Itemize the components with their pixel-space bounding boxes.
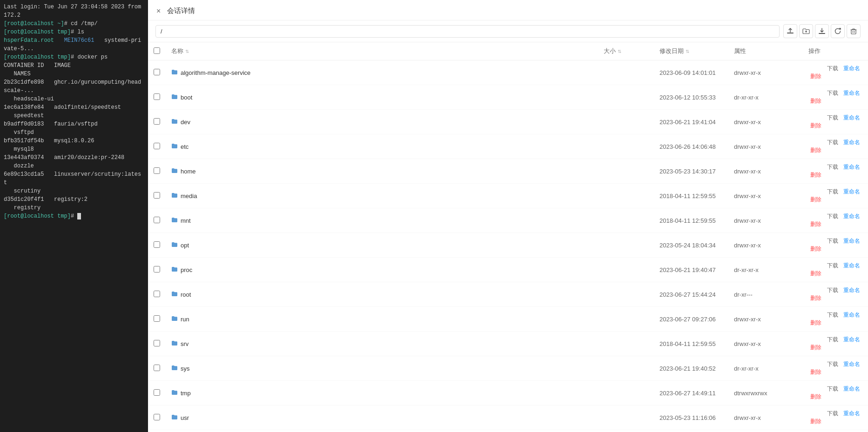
download-row-button[interactable]: 下载: [825, 385, 840, 393]
row-checkbox[interactable]: [154, 340, 160, 346]
download-row-button[interactable]: 下载: [825, 360, 840, 368]
row-checkbox[interactable]: [154, 365, 160, 371]
row-checkbox[interactable]: [154, 192, 160, 199]
delete-row-button[interactable]: 删除: [808, 196, 823, 204]
delete-row-button[interactable]: 删除: [808, 171, 823, 179]
delete-row-button[interactable]: 删除: [808, 97, 823, 105]
download-row-button[interactable]: 下载: [825, 311, 840, 319]
row-attr-cell: drwxr-xr-x: [728, 307, 803, 332]
download-row-button[interactable]: 下载: [825, 336, 840, 344]
row-checkbox[interactable]: [154, 118, 160, 125]
row-checkbox[interactable]: [154, 217, 160, 223]
download-row-button[interactable]: 下载: [825, 65, 840, 73]
row-checkbox[interactable]: [154, 167, 160, 174]
file-table: 名称 ⇅ 大小 ⇅ 修改日期 ⇅: [148, 42, 868, 432]
path-input[interactable]: [155, 25, 780, 38]
rename-button[interactable]: 重命名: [841, 336, 862, 344]
delete-row-button[interactable]: 删除: [808, 294, 823, 302]
row-size-cell: [598, 258, 654, 282]
download-row-button[interactable]: 下载: [825, 410, 840, 418]
row-checkbox[interactable]: [154, 266, 160, 272]
row-checkbox[interactable]: [154, 414, 160, 420]
download-row-button[interactable]: 下载: [825, 237, 840, 245]
file-name: media: [181, 193, 197, 199]
refresh-button[interactable]: [831, 24, 845, 38]
download-row-button[interactable]: 下载: [825, 286, 840, 294]
th-name[interactable]: 名称 ⇅: [166, 42, 598, 60]
row-size-cell: [598, 208, 654, 233]
row-name-cell: opt: [166, 233, 598, 258]
download-row-button[interactable]: 下载: [825, 163, 840, 171]
th-size[interactable]: 大小 ⇅: [598, 42, 654, 60]
file-type-icon: [171, 118, 178, 126]
rename-button[interactable]: 重命名: [841, 237, 862, 245]
sort-date-icon: ⇅: [686, 49, 689, 54]
table-row: var 2023-05-23 11:35:53 drwxr-xr-x 编辑 下载…: [148, 430, 868, 432]
row-attr-cell: drwxr-xr-x: [728, 430, 803, 432]
file-name: tmp: [181, 390, 191, 397]
delete-row-button[interactable]: 删除: [808, 270, 823, 278]
delete-row-button[interactable]: 删除: [808, 368, 823, 376]
row-size-cell: [598, 430, 654, 432]
rename-button[interactable]: 重命名: [841, 360, 862, 368]
rename-button[interactable]: 重命名: [841, 188, 862, 196]
download-row-button[interactable]: 下载: [825, 89, 840, 97]
file-type-icon: [171, 241, 178, 249]
row-checkbox[interactable]: [154, 241, 160, 248]
row-size-cell: [598, 184, 654, 208]
close-button[interactable]: ×: [156, 7, 161, 15]
rename-button[interactable]: 重命名: [841, 385, 862, 393]
rename-button[interactable]: 重命名: [841, 114, 862, 122]
rename-button[interactable]: 重命名: [841, 262, 862, 270]
sort-size-icon: ⇅: [618, 49, 621, 54]
upload-folder-button[interactable]: [799, 24, 813, 38]
page-title: 会话详情: [167, 7, 195, 15]
delete-row-button[interactable]: 删除: [808, 73, 823, 80]
row-ops-cell: 编辑 下载 重命名 删除: [803, 282, 868, 307]
rename-button[interactable]: 重命名: [841, 286, 862, 294]
delete-button[interactable]: [847, 24, 861, 38]
delete-row-button[interactable]: 删除: [808, 220, 823, 228]
download-row-button[interactable]: 下载: [825, 139, 840, 146]
delete-row-button[interactable]: 删除: [808, 344, 823, 352]
row-checkbox-cell: [148, 60, 166, 85]
delete-row-button[interactable]: 删除: [808, 393, 823, 401]
delete-row-button[interactable]: 删除: [808, 418, 823, 425]
th-date[interactable]: 修改日期 ⇅: [654, 42, 728, 60]
download-button[interactable]: [815, 24, 829, 38]
row-checkbox[interactable]: [154, 291, 160, 297]
delete-row-button[interactable]: 删除: [808, 245, 823, 253]
upload-file-button[interactable]: [783, 24, 797, 38]
rename-button[interactable]: 重命名: [841, 213, 862, 220]
row-name-cell: srv: [166, 332, 598, 356]
row-checkbox[interactable]: [154, 315, 160, 322]
delete-row-button[interactable]: 删除: [808, 319, 823, 327]
row-checkbox[interactable]: [154, 93, 160, 100]
delete-row-button[interactable]: 删除: [808, 122, 823, 130]
file-name: mnt: [181, 217, 191, 224]
row-attr-cell: drwxr-xr-x: [728, 60, 803, 85]
download-row-button[interactable]: 下载: [825, 213, 840, 220]
row-checkbox[interactable]: [154, 69, 160, 75]
file-type-icon: [171, 266, 178, 274]
delete-row-button[interactable]: 删除: [808, 146, 823, 154]
rename-button[interactable]: 重命名: [841, 65, 862, 73]
file-name: etc: [181, 143, 188, 150]
download-row-button[interactable]: 下载: [825, 114, 840, 122]
row-checkbox[interactable]: [154, 389, 160, 396]
row-date-cell: 2023-06-21 19:40:52: [654, 356, 728, 381]
row-size-cell: [598, 60, 654, 85]
row-attr-cell: dr-xr---: [728, 282, 803, 307]
download-row-button[interactable]: 下载: [825, 188, 840, 196]
download-row-button[interactable]: 下载: [825, 262, 840, 270]
rename-button[interactable]: 重命名: [841, 311, 862, 319]
rename-button[interactable]: 重命名: [841, 139, 862, 146]
rename-button[interactable]: 重命名: [841, 89, 862, 97]
row-checkbox[interactable]: [154, 143, 160, 149]
file-type-icon: [171, 143, 178, 151]
select-all-checkbox[interactable]: [154, 47, 160, 54]
file-type-icon: [171, 291, 178, 299]
rename-button[interactable]: 重命名: [841, 410, 862, 418]
file-table-wrapper: 名称 ⇅ 大小 ⇅ 修改日期 ⇅: [148, 42, 868, 432]
rename-button[interactable]: 重命名: [841, 163, 862, 171]
